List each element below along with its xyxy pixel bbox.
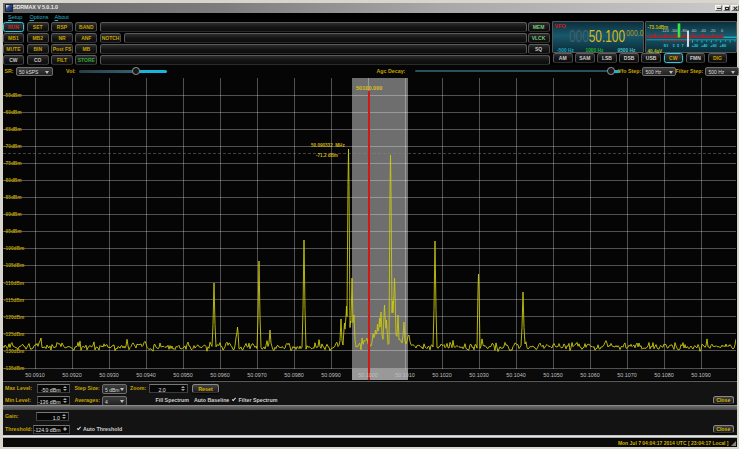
svg-text:-120dBm: -120dBm	[4, 315, 24, 320]
svg-text:-105dBm: -105dBm	[4, 263, 24, 268]
svg-text:50.1000: 50.1000	[358, 372, 378, 378]
svg-text:50.0980: 50.0980	[284, 372, 304, 378]
svg-text:+80: +80	[719, 43, 726, 48]
svg-text:-71.2 dBm: -71.2 dBm	[316, 153, 338, 158]
svg-text:50.0940: 50.0940	[136, 372, 156, 378]
svg-text:-100dBm: -100dBm	[4, 246, 24, 251]
svg-text:7: 7	[681, 43, 683, 48]
svg-text:50.1070: 50.1070	[617, 372, 637, 378]
svg-text:-80dBm: -80dBm	[4, 178, 22, 183]
svg-text:50.1050: 50.1050	[543, 372, 563, 378]
svg-text:-100: -100	[670, 29, 678, 33]
svg-text:+40: +40	[700, 43, 707, 48]
svg-text:+20: +20	[691, 43, 698, 48]
svg-text:50100.000: 50100.000	[356, 85, 382, 91]
svg-text:50.0970: 50.0970	[247, 372, 267, 378]
svg-text:-65dBm: -65dBm	[4, 127, 22, 132]
svg-text:-115dBm: -115dBm	[4, 298, 24, 303]
svg-text:-90dBm: -90dBm	[4, 212, 22, 217]
svg-text:50.1060: 50.1060	[580, 372, 600, 378]
svg-text:-130dBm: -130dBm	[4, 349, 24, 354]
svg-text:50.1010: 50.1010	[395, 372, 415, 378]
svg-text:50.1040: 50.1040	[506, 372, 526, 378]
svg-text:-125dBm: -125dBm	[4, 332, 24, 337]
svg-text:50.1020: 50.1020	[432, 372, 452, 378]
svg-text:-110dBm: -110dBm	[4, 281, 24, 286]
svg-text:-60: -60	[690, 29, 696, 33]
svg-text:50.0920: 50.0920	[62, 372, 82, 378]
svg-text:-120: -120	[661, 29, 669, 33]
svg-text:50.0930: 50.0930	[99, 372, 119, 378]
svg-text:-95dBm: -95dBm	[4, 229, 22, 234]
svg-text:-75dBm: -75dBm	[4, 161, 22, 166]
svg-text:5: 5	[676, 43, 679, 48]
svg-text:50.0960: 50.0960	[210, 372, 230, 378]
svg-text:+60: +60	[710, 43, 717, 48]
svg-text:-135dBm: -135dBm	[4, 366, 24, 371]
svg-text:50.090332 MHz: 50.090332 MHz	[311, 143, 345, 148]
svg-text:50.1080: 50.1080	[654, 372, 674, 378]
svg-text:3: 3	[672, 43, 675, 48]
svg-text:-60dBm: -60dBm	[4, 110, 22, 115]
svg-text:-85dBm: -85dBm	[4, 195, 22, 200]
svg-text:-80: -80	[681, 29, 687, 33]
svg-text:50.1030: 50.1030	[469, 372, 489, 378]
svg-text:0: 0	[720, 29, 722, 33]
svg-text:-70dBm: -70dBm	[4, 144, 22, 149]
svg-text:-55dBm: -55dBm	[4, 93, 22, 98]
svg-text:50.1090: 50.1090	[691, 372, 711, 378]
svg-text:-20: -20	[709, 29, 715, 33]
svg-text:50.0910: 50.0910	[25, 372, 45, 378]
svg-text:50.0950: 50.0950	[173, 372, 193, 378]
svg-text:-40: -40	[700, 29, 706, 33]
svg-text:S1: S1	[663, 43, 669, 48]
svg-text:50.0990: 50.0990	[321, 372, 341, 378]
